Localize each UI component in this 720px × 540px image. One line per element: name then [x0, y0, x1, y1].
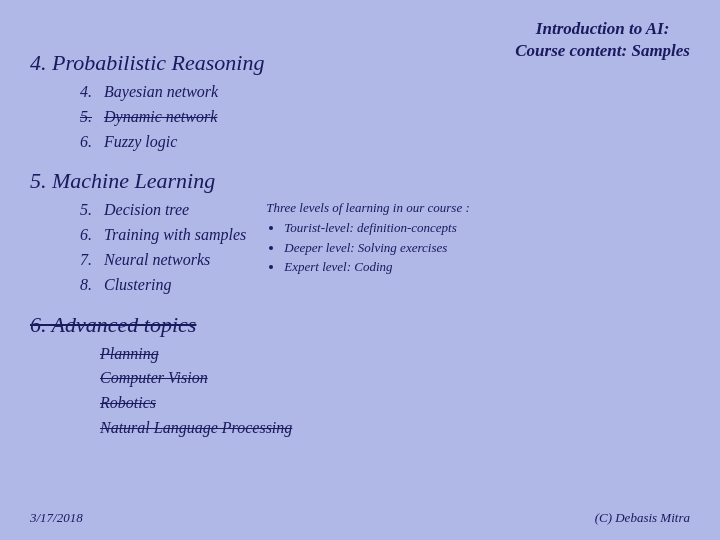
footer: 3/17/2018 (C) Debasis Mitra: [30, 510, 690, 526]
section6-item-1: Planning: [100, 342, 690, 367]
level-2: Deeper level: Solving exercises: [284, 238, 506, 258]
section6-heading: 6. Advanced topics: [30, 312, 690, 338]
section5: 5. Machine Learning 5. Decision tree 6. …: [30, 168, 690, 297]
section6: 6. Advanced topics Planning Computer Vis…: [30, 312, 690, 441]
section5-item-1: 5. Decision tree: [80, 198, 246, 223]
levels-list: Tourist-level: definition-concepts Deepe…: [266, 218, 506, 277]
item-text: Dynamic network: [104, 105, 217, 130]
item-num: 6.: [80, 223, 98, 248]
level-1: Tourist-level: definition-concepts: [284, 218, 506, 238]
section5-item-2: 6. Training with samples: [80, 223, 246, 248]
section6-item-2: Computer Vision: [100, 366, 690, 391]
item-num: 5.: [80, 105, 98, 130]
item-text: Neural networks: [104, 248, 210, 273]
levels-title: Three levels of learning in our course :: [266, 200, 506, 216]
title-line1: Introduction to AI:: [536, 19, 670, 38]
item-text: Training with samples: [104, 223, 246, 248]
section6-item-3: Robotics: [100, 391, 690, 416]
section5-heading: 5. Machine Learning: [30, 168, 690, 194]
item-text: Natural Language Processing: [100, 416, 292, 441]
footer-date: 3/17/2018: [30, 510, 83, 526]
section4-item-1: 4. Bayesian network: [80, 80, 690, 105]
section4-item-2: 5. Dynamic network: [80, 105, 690, 130]
item-num: 8.: [80, 273, 98, 298]
item-num: 7.: [80, 248, 98, 273]
item-text: Robotics: [100, 391, 156, 416]
item-num: 6.: [80, 130, 98, 155]
section4: 4. Probabilistic Reasoning 4. Bayesian n…: [30, 50, 690, 154]
section6-items: Planning Computer Vision Robotics Natura…: [100, 342, 690, 441]
three-levels-box: Three levels of learning in our course :…: [266, 200, 506, 277]
section5-container: 5. Decision tree 6. Training with sample…: [30, 198, 690, 297]
title-line2: Course content: Samples: [515, 41, 690, 60]
section4-items: 4. Bayesian network 5. Dynamic network 6…: [80, 80, 690, 154]
section4-item-3: 6. Fuzzy logic: [80, 130, 690, 155]
slide-title: Introduction to AI: Course content: Samp…: [515, 18, 690, 62]
section5-items: 5. Decision tree 6. Training with sample…: [80, 198, 246, 297]
item-text: Clustering: [104, 273, 172, 298]
slide: Introduction to AI: Course content: Samp…: [0, 0, 720, 540]
item-num: 4.: [80, 80, 98, 105]
item-num: 5.: [80, 198, 98, 223]
footer-copyright: (C) Debasis Mitra: [595, 510, 690, 526]
item-text: Bayesian network: [104, 80, 218, 105]
section5-item-3: 7. Neural networks: [80, 248, 246, 273]
item-text: Planning: [100, 342, 159, 367]
item-text: Computer Vision: [100, 366, 208, 391]
section6-item-4: Natural Language Processing: [100, 416, 690, 441]
item-text: Fuzzy logic: [104, 130, 177, 155]
section5-item-4: 8. Clustering: [80, 273, 246, 298]
level-3: Expert level: Coding: [284, 257, 506, 277]
item-text: Decision tree: [104, 198, 189, 223]
